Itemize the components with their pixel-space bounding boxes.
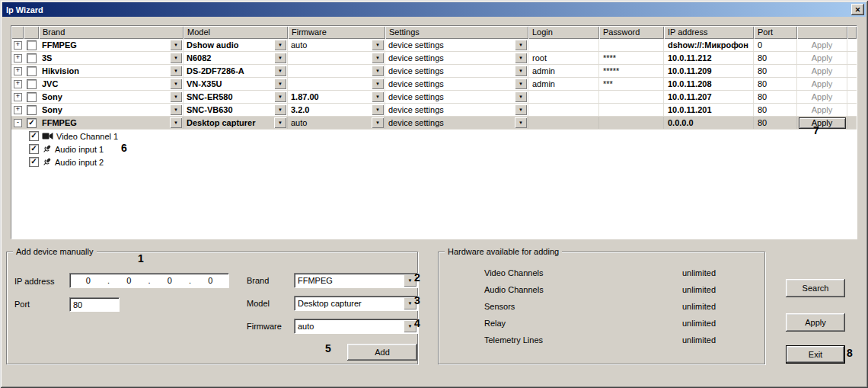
chevron-down-icon[interactable]: ▼ [372, 79, 384, 89]
chevron-down-icon[interactable]: ▼ [372, 117, 384, 128]
chevron-down-icon[interactable]: ▼ [372, 66, 384, 76]
chevron-down-icon[interactable]: ▼ [170, 91, 182, 102]
chevron-down-icon[interactable]: ▼ [372, 91, 384, 102]
brand-select[interactable]: 3S▼ [39, 52, 183, 64]
chevron-down-icon[interactable]: ▼ [515, 40, 527, 50]
port-input[interactable]: 80 [69, 297, 120, 312]
password-field[interactable]: **** [599, 52, 664, 64]
chevron-down-icon[interactable]: ▼ [515, 117, 527, 128]
login-field[interactable] [528, 91, 599, 103]
port-cell[interactable]: 80 [754, 91, 797, 103]
settings-select[interactable]: device settings▼ [385, 65, 528, 77]
settings-select[interactable]: device settings▼ [385, 39, 528, 51]
firmware-select[interactable]: ▼ [288, 52, 385, 64]
row-checkbox[interactable] [27, 79, 37, 89]
header-brand[interactable]: Brand [39, 26, 183, 39]
header-settings[interactable]: Settings [385, 26, 528, 39]
ip-octet[interactable]: 0 [193, 276, 229, 285]
table-row[interactable]: + Sony▼ SNC-VB630▼ 3.2.0▼ device setting… [11, 104, 857, 117]
exit-button[interactable]: Exit [786, 345, 845, 364]
login-field[interactable] [528, 117, 599, 129]
chevron-down-icon[interactable]: ▼ [170, 66, 182, 76]
password-field[interactable] [599, 91, 664, 103]
row-checkbox[interactable] [27, 92, 37, 102]
settings-select[interactable]: device settings▼ [385, 52, 528, 64]
firmware-select[interactable]: ▼ [288, 65, 385, 77]
password-field[interactable] [599, 39, 664, 51]
firmware-select[interactable]: 1.87.00▼ [288, 91, 385, 103]
channel-item[interactable]: ✓ Video Channel 1 [11, 130, 857, 143]
ip-address-input[interactable]: 0 . 0 . 0 . 0 [69, 273, 229, 288]
chevron-down-icon[interactable]: ▼ [274, 53, 286, 63]
chevron-down-icon[interactable]: ▼ [170, 40, 182, 50]
brand-select[interactable]: FFMPEG▼ [39, 117, 183, 129]
expand-icon[interactable]: + [14, 67, 22, 75]
table-row[interactable]: + JVC▼ VN-X35U▼ ▼ device settings▼ admin… [11, 78, 857, 91]
expand-icon[interactable]: + [14, 106, 22, 114]
chevron-down-icon[interactable]: ▼ [274, 40, 286, 50]
add-button[interactable]: Add [347, 344, 417, 361]
chevron-down-icon[interactable]: ▼ [515, 104, 527, 115]
row-checkbox-checked[interactable]: ✓ [27, 118, 37, 128]
expand-icon[interactable]: + [14, 93, 22, 101]
brand-select[interactable]: JVC▼ [39, 78, 183, 90]
login-field[interactable] [528, 39, 599, 51]
header-ip[interactable]: IP address [664, 26, 754, 39]
model-select[interactable]: DS-2DF7286-A▼ [183, 65, 288, 77]
table-row[interactable]: + FFMPEG▼ Dshow audio▼ auto▼ device sett… [11, 39, 857, 52]
brand-select[interactable]: Sony▼ [39, 104, 183, 116]
ip-octet[interactable]: 0 [70, 276, 107, 285]
channel-checkbox-checked[interactable]: ✓ [29, 144, 39, 154]
ip-octet[interactable]: 0 [111, 276, 148, 285]
apply-row-button[interactable]: Apply [799, 117, 846, 129]
header-login[interactable]: Login [528, 26, 599, 39]
port-cell[interactable]: 80 [754, 78, 797, 90]
model-select[interactable]: N6082▼ [183, 52, 288, 64]
chevron-down-icon[interactable]: ▼ [515, 79, 527, 89]
channel-checkbox-checked[interactable]: ✓ [29, 157, 39, 167]
port-cell[interactable]: 80 [754, 52, 797, 64]
firmware-select[interactable]: auto▼ [288, 39, 385, 51]
model-select[interactable]: Desktop capturer▼ [183, 117, 288, 129]
header-password[interactable]: Password [599, 26, 664, 39]
ip-octet[interactable]: 0 [152, 276, 188, 285]
apply-button[interactable]: Apply [786, 313, 845, 332]
firmware-combobox[interactable]: auto ▼ [294, 319, 418, 334]
table-row[interactable]: + Sony▼ SNC-ER580▼ 1.87.00▼ device setti… [11, 91, 857, 104]
password-field[interactable]: *** [599, 78, 664, 90]
chevron-down-icon[interactable]: ▼ [274, 79, 286, 89]
chevron-down-icon[interactable]: ▼ [274, 66, 286, 76]
table-row-selected[interactable]: - ✓ FFMPEG▼ Desktop capturer▼ auto▼ devi… [11, 117, 857, 130]
chevron-down-icon[interactable]: ▼ [372, 104, 384, 115]
firmware-select[interactable]: auto▼ [288, 117, 385, 129]
chevron-down-icon[interactable]: ▼ [372, 53, 384, 63]
password-field[interactable] [599, 117, 664, 129]
model-select[interactable]: SNC-ER580▼ [183, 91, 288, 103]
chevron-down-icon[interactable]: ▼ [274, 117, 286, 128]
chevron-down-icon[interactable]: ▼ [170, 104, 182, 115]
port-cell[interactable]: 0 [754, 39, 797, 51]
chevron-down-icon[interactable]: ▼ [170, 79, 182, 89]
collapse-icon[interactable]: - [14, 119, 22, 127]
login-field[interactable]: admin [528, 78, 599, 90]
login-field[interactable]: admin [528, 65, 599, 77]
chevron-down-icon[interactable]: ▼ [170, 117, 182, 128]
model-combobox[interactable]: Desktop capturer ▼ [294, 296, 418, 311]
close-icon[interactable]: ✕ [851, 4, 864, 15]
search-button[interactable]: Search [786, 279, 845, 297]
password-field[interactable] [599, 104, 664, 116]
port-cell[interactable]: 80 [754, 65, 797, 77]
table-row[interactable]: + 3S▼ N6082▼ ▼ device settings▼ root ***… [11, 52, 857, 65]
chevron-down-icon[interactable]: ▼ [274, 91, 286, 102]
row-checkbox[interactable] [27, 105, 37, 115]
model-select[interactable]: SNC-VB630▼ [183, 104, 288, 116]
settings-select[interactable]: device settings▼ [385, 91, 528, 103]
chevron-down-icon[interactable]: ▼ [515, 53, 527, 63]
login-field[interactable]: root [528, 52, 599, 64]
expand-icon[interactable]: + [14, 41, 22, 50]
header-port[interactable]: Port [754, 26, 797, 39]
row-checkbox[interactable] [27, 53, 37, 63]
channel-checkbox-checked[interactable]: ✓ [29, 131, 39, 141]
channel-item[interactable]: ✓ Audio input 1 [11, 143, 857, 156]
row-checkbox[interactable] [27, 40, 37, 50]
